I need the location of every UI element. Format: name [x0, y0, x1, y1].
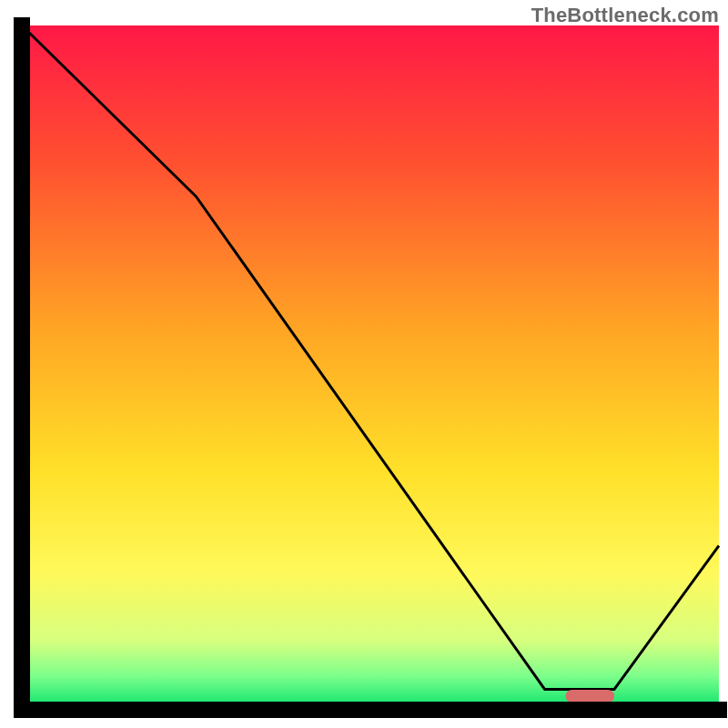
- watermark-text: TheBottleneck.com: [531, 4, 719, 27]
- bottleneck-chart: [0, 0, 728, 728]
- optimal-range-marker: [565, 690, 614, 703]
- chart-container: TheBottleneck.com: [0, 0, 728, 728]
